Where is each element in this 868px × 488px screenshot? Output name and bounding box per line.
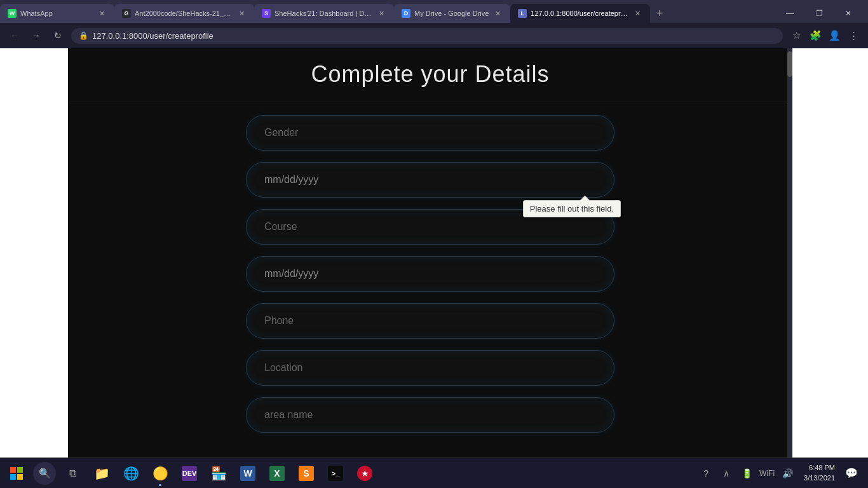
word-icon: W bbox=[240, 466, 255, 481]
windows-logo-icon bbox=[10, 467, 23, 480]
browser-chrome: WWhatsApp✕GAnt2000code/SheHacks-21_Te...… bbox=[0, 0, 868, 48]
location-field-wrapper bbox=[246, 350, 614, 386]
notification-icon[interactable]: 💬 bbox=[843, 464, 860, 482]
dob-field-wrapper: Please fill out this field. bbox=[246, 162, 614, 198]
forward-button[interactable]: → bbox=[28, 27, 44, 44]
svg-rect-1 bbox=[17, 467, 23, 473]
taskbar-excel[interactable]: X bbox=[263, 459, 291, 487]
page-title: Complete your Details bbox=[68, 61, 792, 88]
gender-field-wrapper bbox=[246, 115, 614, 151]
start-button[interactable] bbox=[3, 459, 31, 487]
close-button[interactable]: ✕ bbox=[834, 4, 863, 23]
task-view-icon: ⧉ bbox=[69, 468, 76, 479]
tab-close-whatsapp[interactable]: ✕ bbox=[97, 8, 107, 18]
taskbar-word[interactable]: W bbox=[234, 459, 262, 487]
tab-github[interactable]: GAnt2000code/SheHacks-21_Te...✕ bbox=[114, 4, 254, 23]
phone-input[interactable] bbox=[246, 303, 614, 339]
main-area: Complete your Details Please fill out th… bbox=[68, 48, 792, 458]
tab-favicon-gdrive: D bbox=[402, 9, 410, 18]
taskbar-edge[interactable]: 🌐 bbox=[117, 459, 145, 487]
address-bar[interactable]: 🔒 127.0.0.1:8000/user/createprofile bbox=[71, 28, 783, 44]
clock-date: 3/13/2021 bbox=[804, 473, 835, 483]
scrollbar-track[interactable] bbox=[787, 48, 792, 458]
speaker-icon[interactable]: 🔊 bbox=[778, 464, 796, 482]
dob-input[interactable] bbox=[246, 162, 614, 198]
gender-input[interactable] bbox=[246, 115, 614, 151]
tab-label-whatsapp: WhatsApp bbox=[20, 10, 93, 17]
sublime-icon: S bbox=[299, 466, 314, 481]
tab-favicon-local: L bbox=[518, 9, 527, 18]
area-field-wrapper bbox=[246, 397, 614, 433]
course-end-input[interactable] bbox=[246, 256, 614, 292]
tab-local[interactable]: L127.0.0.1:8000/user/createprof...✕ bbox=[510, 4, 650, 23]
location-input[interactable] bbox=[246, 350, 614, 386]
extensions-icon[interactable]: 🧩 bbox=[807, 27, 824, 44]
scrollbar-thumb[interactable] bbox=[787, 51, 792, 77]
toolbar-right: ☆ 🧩 👤 ⋮ bbox=[788, 27, 862, 44]
extra-app-icon: ★ bbox=[357, 466, 372, 481]
taskbar-file-explorer[interactable]: 📁 bbox=[88, 459, 116, 487]
svg-rect-0 bbox=[10, 467, 16, 473]
edge-icon: 🌐 bbox=[123, 466, 139, 481]
minimize-button[interactable]: — bbox=[775, 4, 804, 23]
taskbar-right: ? ∧ 🔋 WiFi 🔊 6:48 PM 3/13/2021 💬 bbox=[697, 463, 865, 483]
maximize-button[interactable]: ❐ bbox=[804, 4, 834, 23]
clock-time: 6:48 PM bbox=[804, 463, 835, 473]
tab-favicon-github: G bbox=[122, 9, 131, 18]
profile-icon[interactable]: 👤 bbox=[826, 27, 843, 44]
taskbar-terminal[interactable]: >_ bbox=[322, 459, 349, 487]
window-controls: — ❐ ✕ bbox=[775, 4, 868, 23]
back-button[interactable]: ← bbox=[6, 27, 23, 44]
area-input[interactable] bbox=[246, 397, 614, 433]
tab-close-local[interactable]: ✕ bbox=[632, 8, 642, 18]
taskbar-chrome[interactable]: 🟡 bbox=[146, 459, 174, 487]
taskbar-dev[interactable]: DEV bbox=[175, 459, 203, 487]
tab-gdrive[interactable]: DMy Drive - Google Drive✕ bbox=[394, 4, 510, 23]
taskbar-store[interactable]: 🏪 bbox=[205, 459, 233, 487]
taskbar-sublime[interactable]: S bbox=[292, 459, 320, 487]
tab-shehacks[interactable]: SSheHacks'21: Dashboard | Dev...✕ bbox=[254, 4, 394, 23]
page-header: Complete your Details bbox=[68, 48, 792, 102]
tab-favicon-whatsapp: W bbox=[8, 9, 17, 18]
terminal-icon: >_ bbox=[328, 466, 343, 481]
bookmark-icon[interactable]: ☆ bbox=[788, 27, 804, 44]
tabs-container: WWhatsApp✕GAnt2000code/SheHacks-21_Te...… bbox=[0, 4, 775, 23]
search-button[interactable]: 🔍 bbox=[33, 462, 56, 485]
sidebar-left bbox=[0, 48, 68, 458]
file-explorer-icon: 📁 bbox=[94, 466, 110, 481]
validation-tooltip: Please fill out this field. bbox=[523, 200, 621, 217]
tab-label-shehacks: SheHacks'21: Dashboard | Dev... bbox=[275, 10, 372, 17]
tab-bar: WWhatsApp✕GAnt2000code/SheHacks-21_Te...… bbox=[0, 0, 868, 23]
chevron-up-icon[interactable]: ∧ bbox=[717, 464, 735, 482]
tab-whatsapp[interactable]: WWhatsApp✕ bbox=[0, 4, 114, 23]
wifi-icon[interactable]: WiFi bbox=[758, 464, 776, 482]
tab-label-gdrive: My Drive - Google Drive bbox=[414, 10, 489, 17]
svg-rect-2 bbox=[10, 474, 16, 480]
battery-icon[interactable]: 🔋 bbox=[738, 464, 756, 482]
tab-favicon-shehacks: S bbox=[262, 9, 271, 18]
store-icon: 🏪 bbox=[211, 466, 227, 481]
sidebar-right bbox=[792, 48, 868, 458]
chrome-icon: 🟡 bbox=[153, 466, 168, 481]
tab-label-github: Ant2000code/SheHacks-21_Te... bbox=[135, 10, 233, 17]
taskbar-apps: ⧉ 📁 🌐 🟡 DEV 🏪 W X S >_ ★ bbox=[58, 459, 379, 487]
tab-label-local: 127.0.0.1:8000/user/createprof... bbox=[531, 10, 628, 17]
tab-close-gdrive[interactable]: ✕ bbox=[492, 8, 503, 18]
menu-icon[interactable]: ⋮ bbox=[845, 27, 862, 44]
taskbar-extra[interactable]: ★ bbox=[351, 459, 379, 487]
address-bar-row: ← → ↻ 🔒 127.0.0.1:8000/user/createprofil… bbox=[0, 23, 868, 48]
taskbar-clock[interactable]: 6:48 PM 3/13/2021 bbox=[799, 463, 840, 483]
new-tab-button[interactable]: + bbox=[650, 4, 669, 23]
dev-icon: DEV bbox=[182, 466, 197, 481]
address-text: 127.0.0.1:8000/user/createprofile bbox=[92, 31, 214, 41]
search-icon: 🔍 bbox=[39, 468, 51, 479]
refresh-button[interactable]: ↻ bbox=[50, 27, 66, 44]
phone-field-wrapper bbox=[246, 303, 614, 339]
lock-icon: 🔒 bbox=[79, 31, 88, 40]
excel-icon: X bbox=[269, 466, 285, 481]
tab-close-github[interactable]: ✕ bbox=[236, 8, 247, 18]
help-icon[interactable]: ? bbox=[697, 464, 715, 482]
tab-close-shehacks[interactable]: ✕ bbox=[376, 8, 386, 18]
taskbar: 🔍 ⧉ 📁 🌐 🟡 DEV 🏪 W X S >_ bbox=[0, 458, 868, 488]
taskbar-task-view[interactable]: ⧉ bbox=[58, 459, 86, 487]
